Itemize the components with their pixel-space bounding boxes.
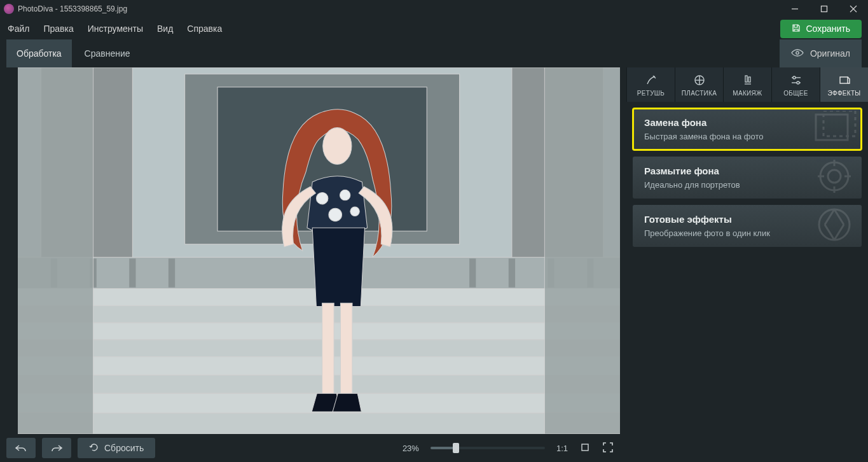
- tool-tab-label: ЭФФЕКТЫ: [828, 90, 861, 97]
- svg-rect-27: [18, 67, 93, 434]
- makeup-icon: [741, 73, 754, 87]
- reset-label: Сбросить: [104, 443, 144, 453]
- effect-card-presets[interactable]: Готовые эффекты Преображение фото в один…: [633, 205, 862, 247]
- fit-screen-button[interactable]: [579, 442, 591, 455]
- zoom-ratio-button[interactable]: 1:1: [556, 444, 568, 453]
- svg-rect-36: [582, 444, 588, 451]
- svg-rect-23: [18, 357, 620, 375]
- svg-rect-26: [18, 413, 620, 434]
- tool-tab-effects[interactable]: ЭФФЕКТЫ: [820, 67, 868, 102]
- svg-rect-35: [340, 303, 352, 395]
- effects-icon: [838, 73, 851, 87]
- window-title: PhotoDiva - 1553398865_59.jpg: [18, 4, 127, 13]
- effect-list: Замена фона Быстрая замена фона на фото …: [626, 108, 868, 247]
- svg-rect-24: [18, 375, 620, 393]
- fullscreen-button[interactable]: [602, 442, 614, 455]
- menu-help[interactable]: Справка: [186, 21, 223, 36]
- svg-rect-1: [822, 6, 827, 12]
- menu-edit[interactable]: Правка: [42, 21, 74, 36]
- menu-view[interactable]: Вид: [156, 21, 174, 36]
- right-panel: РЕТУШЬ ПЛАСТИКА МАКИЯЖ ОБЩЕЕ ЭФФЕКТЫ Зам…: [626, 67, 868, 462]
- svg-point-31: [340, 190, 350, 200]
- replace-bg-icon: [812, 111, 857, 148]
- svg-point-30: [316, 192, 328, 204]
- svg-rect-21: [18, 323, 620, 340]
- zoom-slider[interactable]: [431, 447, 545, 449]
- zoom-value: 23%: [403, 444, 419, 453]
- app-logo-icon: [4, 4, 14, 14]
- redo-button[interactable]: [42, 438, 71, 458]
- plastic-icon: [693, 73, 706, 87]
- svg-point-46: [797, 81, 799, 84]
- bottom-bar: Сбросить 23% 1:1: [0, 434, 626, 462]
- aperture-icon: [812, 206, 857, 246]
- tool-tab-label: МАКИЯЖ: [733, 90, 762, 97]
- original-toggle[interactable]: Оригинал: [780, 39, 862, 67]
- maximize-button[interactable]: [809, 0, 839, 18]
- minimize-button[interactable]: [780, 0, 809, 18]
- tool-tab-plastic[interactable]: ПЛАСТИКА: [675, 67, 723, 102]
- eye-icon: [791, 48, 804, 59]
- svg-rect-22: [18, 340, 620, 357]
- effect-card-replace-bg[interactable]: Замена фона Быстрая замена фона на фото: [633, 108, 862, 150]
- menu-file[interactable]: Файл: [6, 21, 31, 36]
- menu-bar: Файл Правка Инструменты Вид Справка Сохр…: [0, 18, 868, 39]
- close-button[interactable]: [839, 0, 868, 18]
- svg-rect-40: [745, 76, 747, 82]
- reset-icon: [89, 442, 99, 454]
- tool-tab-label: ПЛАСТИКА: [682, 90, 717, 97]
- tab-processing[interactable]: Обработка: [6, 39, 72, 67]
- tool-tab-label: ОБЩЕЕ: [783, 90, 808, 97]
- svg-point-33: [350, 207, 359, 216]
- save-label: Сохранить: [806, 24, 850, 34]
- svg-point-50: [820, 162, 848, 190]
- tool-tabs: РЕТУШЬ ПЛАСТИКА МАКИЯЖ ОБЩЕЕ ЭФФЕКТЫ: [626, 67, 868, 102]
- zoom-area: 23% 1:1: [403, 442, 614, 455]
- svg-point-51: [828, 170, 841, 183]
- svg-rect-20: [18, 305, 620, 323]
- main-area: Сбросить 23% 1:1 РЕТУШЬ ПЛАСТ: [0, 67, 868, 462]
- svg-point-56: [819, 209, 850, 240]
- undo-button[interactable]: [6, 438, 36, 458]
- svg-point-32: [329, 208, 342, 221]
- save-button[interactable]: Сохранить: [780, 20, 862, 38]
- effect-card-blur-bg[interactable]: Размытие фона Идеально для портретов: [633, 157, 862, 199]
- svg-point-4: [796, 51, 799, 53]
- tab-compare[interactable]: Сравнение: [74, 39, 141, 67]
- tool-tab-retouch[interactable]: РЕТУШЬ: [626, 67, 675, 102]
- original-label: Оригинал: [810, 48, 850, 59]
- menu-tools[interactable]: Инструменты: [86, 21, 144, 36]
- zoom-slider-knob[interactable]: [453, 443, 459, 453]
- photo-placeholder: [18, 67, 620, 434]
- title-bar: PhotoDiva - 1553398865_59.jpg: [0, 0, 868, 18]
- window-controls: [780, 0, 868, 18]
- retouch-icon: [645, 73, 658, 87]
- save-icon: [792, 24, 801, 34]
- tool-tab-general[interactable]: ОБЩЕЕ: [771, 67, 820, 102]
- svg-point-29: [323, 128, 352, 165]
- tool-tab-makeup[interactable]: МАКИЯЖ: [723, 67, 771, 102]
- svg-point-45: [793, 76, 796, 79]
- canvas-wrap: Сбросить 23% 1:1: [0, 67, 626, 462]
- blur-bg-icon: [812, 157, 857, 198]
- svg-rect-48: [816, 115, 848, 140]
- svg-rect-34: [322, 303, 334, 395]
- svg-rect-41: [748, 77, 750, 82]
- svg-rect-47: [840, 77, 848, 83]
- sliders-icon: [790, 73, 803, 87]
- image-canvas[interactable]: [18, 67, 620, 434]
- reset-button[interactable]: Сбросить: [78, 438, 155, 458]
- view-tab-row: Обработка Сравнение Оригинал: [0, 39, 868, 67]
- svg-rect-28: [544, 67, 620, 434]
- tool-tab-label: РЕТУШЬ: [637, 90, 665, 97]
